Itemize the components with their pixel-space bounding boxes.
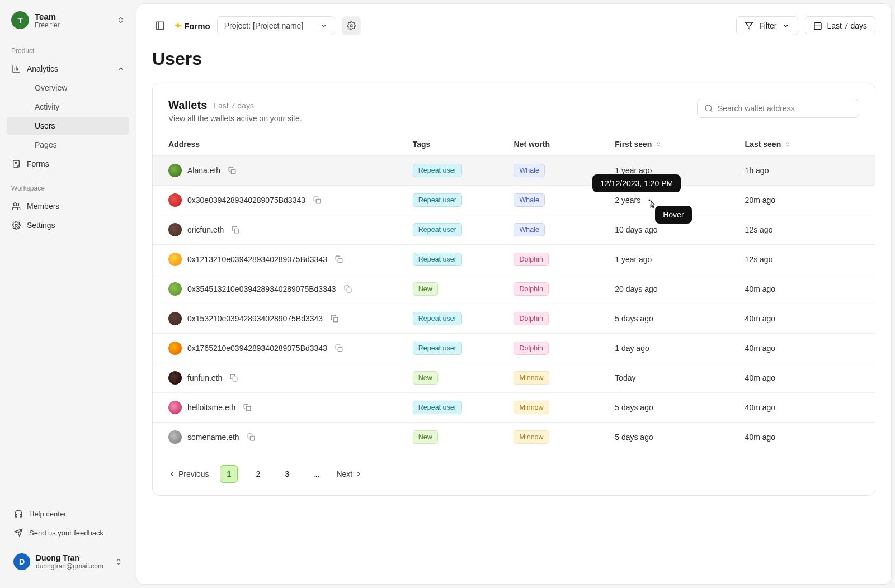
col-networth: Net worth	[514, 133, 615, 156]
feedback-label: Send us your feedback	[29, 529, 103, 537]
last-seen-value: 40m ago	[745, 433, 775, 442]
copy-icon[interactable]	[232, 226, 239, 234]
nav-settings[interactable]: Settings	[0, 216, 136, 235]
tag-badge: Repeat user	[413, 223, 462, 236]
first-seen-value: 10 days ago	[615, 225, 657, 234]
nav-forms[interactable]: Forms	[0, 154, 136, 173]
team-switcher[interactable]: T Team Free tier	[11, 11, 125, 29]
table-row[interactable]: somename.eth New Minnow 5 days ago 40m a…	[153, 423, 875, 452]
team-name: Team	[35, 12, 111, 21]
nav-sub-activity[interactable]: Activity	[7, 98, 129, 116]
col-lastseen[interactable]: Last seen	[745, 133, 875, 156]
chart-icon	[11, 64, 21, 74]
section-workspace: Workspace	[0, 180, 136, 197]
nav-members[interactable]: Members	[0, 197, 136, 216]
tooltip-date: 12/12/2023, 1:20 PM	[592, 174, 681, 192]
col-address: Address	[153, 133, 413, 156]
wallets-card: Wallets Last 7 days View all the wallets…	[152, 83, 875, 496]
page-3[interactable]: 3	[278, 465, 296, 483]
chevron-up-icon	[117, 65, 125, 73]
wallet-avatar	[168, 164, 182, 177]
search-field[interactable]	[697, 99, 859, 118]
table-row[interactable]: 0x1765210e0394289340289075Bd3343 Repeat …	[153, 334, 875, 363]
table-row[interactable]: Alana.eth Repeat user Whale 1 year ago 1…	[153, 156, 875, 186]
wallet-avatar	[168, 371, 182, 385]
user-switcher[interactable]: D Duong Tran duongtran@gmail.com	[2, 547, 134, 577]
svg-rect-17	[347, 288, 351, 292]
tag-badge: Repeat user	[413, 193, 462, 207]
feedback-link[interactable]: Send us your feedback	[2, 523, 134, 542]
tooltip-hover: Hover	[655, 206, 691, 224]
table-row[interactable]: funfun.eth New Minnow Today 40m ago	[153, 363, 875, 393]
team-tier: Free tier	[35, 21, 111, 29]
wallet-address: 0x1213210e0394289340289075Bd3343	[187, 255, 327, 264]
last-seen-value: 1h ago	[745, 166, 769, 175]
networth-badge: Dolphin	[514, 312, 548, 325]
first-seen-value: 20 days ago	[615, 284, 657, 293]
copy-icon[interactable]	[344, 285, 352, 293]
last-seen-value: 12s ago	[745, 225, 773, 234]
prev-label: Previous	[178, 470, 209, 478]
user-avatar: D	[13, 553, 30, 570]
nav-sub-users[interactable]: Users	[7, 117, 129, 135]
svg-rect-22	[250, 436, 255, 440]
copy-icon[interactable]	[335, 344, 343, 352]
wallet-address: ericfun.eth	[187, 225, 224, 234]
table-row[interactable]: 0x354513210e0394289340289075Bd3343 New D…	[153, 274, 875, 304]
settings-button[interactable]	[342, 16, 361, 35]
nav-sub-overview[interactable]: Overview	[7, 79, 129, 97]
chevron-sort-icon	[117, 16, 125, 24]
search-input[interactable]	[718, 104, 852, 113]
prev-button[interactable]: Previous	[168, 470, 209, 478]
svg-line-12	[710, 110, 712, 112]
table-row[interactable]: ericfun.eth Repeat user Whale 10 days ag…	[153, 215, 875, 245]
first-seen-value: 5 days ago	[615, 314, 653, 323]
table-row[interactable]: 0x30e0394289340289075Bd3343 Repeat user …	[153, 186, 875, 215]
card-description: View all the wallets active on your site…	[168, 114, 697, 123]
last-seen-value: 40m ago	[745, 284, 775, 293]
svg-rect-21	[247, 406, 251, 411]
svg-rect-18	[333, 317, 338, 322]
tag-badge: New	[413, 430, 438, 444]
nav-sub-pages[interactable]: Pages	[7, 136, 129, 154]
panel-toggle-button[interactable]	[152, 18, 168, 34]
page-title: Users	[136, 42, 891, 80]
table-row[interactable]: helloitsme.eth Repeat user Minnow 5 days…	[153, 393, 875, 423]
help-center-link[interactable]: Help center	[2, 504, 134, 523]
calendar-icon	[813, 21, 822, 30]
project-label: Project: [Project name]	[224, 21, 304, 30]
table-row[interactable]: 0x1213210e0394289340289075Bd3343 Repeat …	[153, 245, 875, 274]
filter-button[interactable]: Filter	[736, 16, 798, 35]
wallet-address: funfun.eth	[187, 373, 222, 382]
svg-rect-16	[338, 258, 342, 263]
last-seen-value: 12s ago	[745, 255, 773, 264]
copy-icon[interactable]	[313, 196, 321, 204]
table-row[interactable]: 0x153210e0394289340289075Bd3343 Repeat u…	[153, 304, 875, 334]
copy-icon[interactable]	[228, 167, 236, 174]
page-ellipsis: ...	[307, 465, 325, 483]
project-selector[interactable]: Project: [Project name]	[217, 16, 336, 35]
copy-icon[interactable]	[331, 315, 338, 323]
page-1[interactable]: 1	[220, 465, 238, 483]
col-firstseen[interactable]: First seen	[615, 133, 745, 156]
nav-analytics[interactable]: Analytics	[0, 59, 136, 78]
card-title: Wallets	[168, 99, 207, 112]
sort-icon	[655, 141, 662, 148]
copy-icon[interactable]	[243, 404, 251, 411]
search-icon	[704, 104, 713, 113]
copy-icon[interactable]	[335, 255, 343, 263]
wallet-avatar	[168, 223, 182, 236]
copy-icon[interactable]	[230, 374, 238, 382]
wallet-avatar	[168, 401, 182, 414]
svg-point-11	[705, 105, 712, 111]
col-firstseen-label: First seen	[615, 140, 652, 149]
tag-badge: Repeat user	[413, 164, 462, 177]
next-button[interactable]: Next	[336, 470, 362, 478]
sidebar: T Team Free tier Product Analytics	[0, 0, 136, 588]
copy-icon[interactable]	[247, 433, 255, 441]
page-2[interactable]: 2	[249, 465, 267, 483]
nav-members-label: Members	[27, 202, 59, 211]
svg-rect-15	[235, 229, 239, 233]
date-range-button[interactable]: Last 7 days	[805, 16, 875, 35]
team-avatar: T	[11, 11, 29, 29]
